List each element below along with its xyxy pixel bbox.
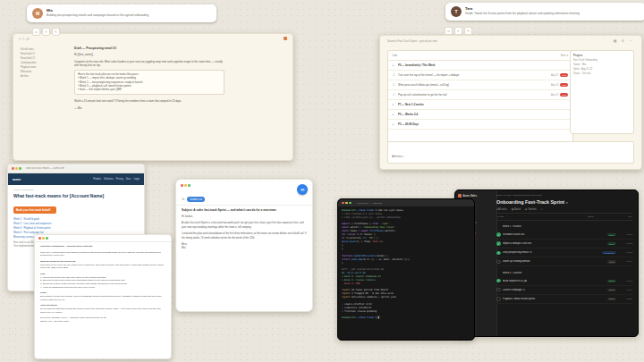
- workspace-switcher[interactable]: Acme Sales: [458, 194, 494, 198]
- task-row[interactable]: ▸ P2 — Weeks 2-4: [388, 110, 572, 120]
- column-header[interactable]: Status: [588, 215, 618, 218]
- maximize-icon[interactable]: [349, 202, 352, 205]
- maximize-icon[interactable]: [46, 237, 48, 240]
- comment-card-tara[interactable]: T Tara Guide: Tweak the friction points …: [445, 3, 644, 21]
- reaction-icon[interactable]: ✓: [42, 28, 50, 36]
- board-row[interactable]: Week 2 · Launch: [496, 268, 632, 276]
- comment-card-mia[interactable]: M Mia Building two prospecting emails an…: [27, 4, 216, 22]
- board-row[interactable]: ✓ Draft prospecting emails ×2 In progres…: [496, 248, 632, 257]
- reaction-icon[interactable]: ✎: [464, 27, 472, 35]
- breadcrumb[interactable]: Sales / Sprints / Onboarding Fast-Track …: [496, 194, 632, 197]
- reaction-icon[interactable]: ✎: [52, 28, 60, 36]
- recipient-chip[interactable]: Jordan Lee: [187, 197, 205, 202]
- checkbox[interactable]: ☐: [393, 83, 396, 87]
- maximize-icon[interactable]: [19, 167, 21, 170]
- checkbox[interactable]: ▸: [393, 103, 396, 106]
- view-tab[interactable]: ▦ Board: [512, 208, 521, 211]
- check-circle-icon[interactable]: ✓: [496, 297, 501, 301]
- status-badge[interactable]: To do: [607, 260, 616, 263]
- toolbar-icons[interactable]: ≡ ✎ ↺: [19, 37, 29, 41]
- document-editor-window[interactable]: ≡ ✎ ↺ Kickoff notesEmail draft #1Email d…: [13, 33, 293, 161]
- column-header[interactable]: Aa Task: [496, 215, 588, 218]
- cta-button[interactable]: Book your fast-track kickoff →: [13, 206, 56, 214]
- window-controls[interactable]: [38, 237, 50, 240]
- task-row[interactable]: ☐ Turn over the top of the funnel — list…: [388, 71, 572, 80]
- notes-text[interactable]: Fast-track onboarding — working notes (i…: [35, 242, 171, 326]
- checkbox[interactable]: ☐: [393, 73, 396, 77]
- check-circle-icon[interactable]: ✓: [496, 260, 501, 265]
- notes-window[interactable]: Fast-track onboarding — working notes (i…: [34, 234, 172, 359]
- status-badge[interactable]: To do: [607, 289, 616, 291]
- editor-body[interactable]: Draft — Prospecting email #1 Hi {{first_…: [74, 46, 225, 111]
- status-badge[interactable]: Done: [607, 242, 616, 245]
- reaction-icon[interactable]: ✓: [454, 27, 462, 35]
- board-row[interactable]: Week 1 · Kickoff: [496, 223, 632, 231]
- window-controls[interactable]: [181, 184, 192, 187]
- nav-link[interactable]: Product: [93, 178, 101, 181]
- status-badge[interactable]: Done: [607, 280, 616, 282]
- board-row[interactable]: ✓ Schedule kickoff call Done Aug 11: [496, 231, 632, 240]
- flag-badge[interactable]: Flag: [560, 83, 568, 87]
- status-badge[interactable]: Done: [607, 233, 616, 236]
- board-row[interactable]: ✓ Build sequences & QA Done Aug 18: [496, 277, 632, 286]
- editor-sidebar[interactable]: Kickoff notesEmail draft #1Email draft #…: [21, 48, 67, 79]
- task-row[interactable]: ☐ Write prior-touch follow-ups (email + …: [388, 80, 572, 90]
- status-badge[interactable]: In progress: [602, 251, 616, 254]
- browser-tab[interactable]: What fast-track means — acme.com: [26, 167, 64, 170]
- minimize-icon[interactable]: [42, 237, 45, 240]
- task-row[interactable]: ▸ P0 — Immediately / This Week: [388, 61, 572, 71]
- reaction-icon[interactable]: ☺: [32, 28, 40, 36]
- reaction-icon[interactable]: ☺: [445, 27, 453, 35]
- view-tab[interactable]: +: [541, 208, 543, 211]
- subject-line[interactable]: Subject: A sales fast-track Sprint — and…: [176, 206, 312, 213]
- view-tab[interactable]: ≡ All tasks: [496, 208, 507, 211]
- minimize-icon[interactable]: [15, 167, 18, 170]
- board-row[interactable]: ✓ Warm up sending domain To do Aug 14: [496, 257, 632, 266]
- close-icon[interactable]: [342, 202, 344, 205]
- task-row[interactable]: ▸ P1 — Next 1-2 weeks: [388, 100, 572, 110]
- task-row[interactable]: ☐ Pop-up rail customization to go live f…: [388, 90, 572, 100]
- flag-badge[interactable]: Flag: [560, 93, 568, 97]
- checkbox[interactable]: ☐: [393, 93, 396, 97]
- terminal-window[interactable]: mia@sprint — ~/fast-track mia@sprint:~/f…: [337, 198, 475, 341]
- terminal-output[interactable]: mia@sprint:~/fast-track $ npm run sync:t…: [338, 206, 474, 323]
- email-compose-window[interactable]: ✉ To: Jordan Lee Subject: A sales fast-t…: [175, 179, 313, 312]
- board-row[interactable]: ✓ Launch campaign #1 To do Aug 19: [496, 286, 632, 295]
- add-task-bar[interactable]: [387, 141, 634, 164]
- add-task-input[interactable]: [392, 155, 630, 158]
- minimize-icon[interactable]: [184, 184, 187, 187]
- sort-button[interactable]: Sort ▾: [561, 54, 568, 57]
- check-circle-icon[interactable]: ✓: [496, 232, 501, 237]
- recipient-row[interactable]: To: Jordan Lee: [176, 195, 312, 206]
- column-header[interactable]: Due: [618, 215, 632, 218]
- window-toolbar-icons[interactable]: ▦ ↺ ⋯: [614, 38, 634, 43]
- check-circle-icon[interactable]: ✓: [496, 241, 501, 246]
- breadcrumb[interactable]: Guides / Onboarding: [13, 189, 139, 191]
- task-board-window[interactable]: Acme Sales ◎ Search ⌂ Home ▤ Inbox ⚙ Set…: [454, 189, 639, 337]
- window-controls[interactable]: [342, 202, 353, 205]
- checkbox[interactable]: ▸: [393, 63, 396, 67]
- checkbox[interactable]: ▸: [393, 113, 396, 116]
- status-badge[interactable]: To do: [607, 298, 616, 300]
- brand-logo[interactable]: acme: [13, 178, 21, 181]
- checkbox[interactable]: ▸: [393, 122, 396, 126]
- check-circle-icon[interactable]: ✓: [496, 288, 501, 292]
- chevron-down-icon[interactable]: ▾: [566, 201, 568, 205]
- minimize-icon[interactable]: [345, 202, 348, 205]
- email-body[interactable]: Hi Jordan,A sales fast-track Sprint is a…: [176, 213, 312, 252]
- board-row[interactable]: ✓ Import & dedupe CRM lists Done Aug 12: [496, 240, 632, 248]
- maximize-icon[interactable]: [188, 184, 191, 187]
- nav-link[interactable]: Docs: [126, 178, 131, 181]
- notification-icon[interactable]: [284, 37, 287, 40]
- send-button[interactable]: ✉: [297, 184, 308, 195]
- check-circle-icon[interactable]: ✓: [496, 251, 501, 256]
- window-controls[interactable]: [12, 167, 23, 170]
- board-row[interactable]: ✓ Playback: tweak friction points To do …: [496, 295, 632, 304]
- close-icon[interactable]: [12, 167, 14, 170]
- view-tab[interactable]: ▤ Timeline: [525, 208, 537, 211]
- close-icon[interactable]: [38, 237, 41, 240]
- nav-link[interactable]: Solutions: [104, 178, 114, 181]
- nav-link[interactable]: Pricing: [116, 178, 123, 181]
- nav-link[interactable]: Login: [134, 178, 140, 181]
- page-title[interactable]: Onboarding Fast-Track Sprint▾: [496, 199, 632, 205]
